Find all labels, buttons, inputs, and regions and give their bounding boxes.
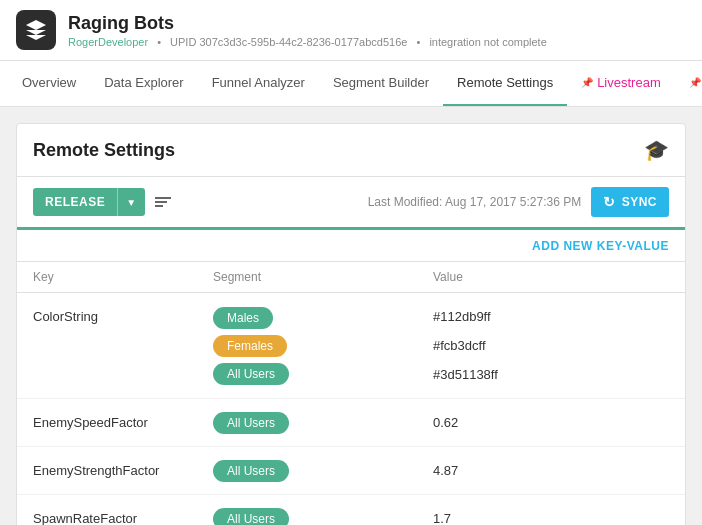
username-link[interactable]: RogerDeveloper	[68, 36, 148, 48]
last-modified-text: Last Modified: Aug 17, 2017 5:27:36 PM	[368, 195, 581, 209]
segments-spawnratefactor: All Users	[213, 508, 433, 526]
segment-badge-females[interactable]: Females	[213, 335, 287, 357]
app-logo	[16, 10, 56, 50]
row-key-enemystrengthfactor: EnemyStrengthFactor	[33, 459, 213, 478]
tab-livestream[interactable]: 📌 Livestream	[567, 61, 675, 106]
table-row: SpawnRateFactor All Users 1.7	[17, 495, 685, 525]
values-enemyspeedfactor: 0.62	[433, 411, 669, 434]
help-icon[interactable]: 🎓	[644, 138, 669, 162]
tab-livestream-label: Livestream	[597, 75, 661, 90]
tab-data-explorer-label: Data Explorer	[104, 75, 183, 90]
values-spawnratefactor: 1.7	[433, 507, 669, 525]
col-header-segment: Segment	[213, 270, 433, 284]
add-key-value-button[interactable]: ADD NEW KEY-VALUE	[532, 239, 669, 253]
settings-toolbar: RELEASE ▼ Last Modified: Aug 17, 2017 5:…	[17, 177, 685, 230]
integration-status: integration not complete	[429, 36, 546, 48]
sync-icon: ↻	[603, 194, 616, 210]
segment-badge-all-users[interactable]: All Users	[213, 363, 289, 385]
filter-lines-icon	[155, 195, 171, 209]
release-button-label: RELEASE	[33, 188, 117, 216]
segments-enemyspeedfactor: All Users	[213, 412, 433, 434]
segments-colorstring: Males Females All Users	[213, 307, 433, 385]
tab-segment-builder[interactable]: Segment Builder	[319, 61, 443, 106]
app-name: Raging Bots	[68, 13, 547, 34]
tab-overview-label: Overview	[22, 75, 76, 90]
sync-button[interactable]: ↻ SYNC	[591, 187, 669, 217]
segments-enemystrengthfactor: All Users	[213, 460, 433, 482]
sync-button-label: SYNC	[622, 195, 657, 209]
toolbar-right: Last Modified: Aug 17, 2017 5:27:36 PM ↻…	[368, 187, 669, 217]
meta-separator: •	[157, 36, 161, 48]
tab-segment-builder-label: Segment Builder	[333, 75, 429, 90]
tab-raw-data-export[interactable]: 📌 Raw Data Export	[675, 61, 702, 106]
table-header: Key Segment Value	[17, 262, 685, 293]
value-enemystrengthfactor: 4.87	[433, 459, 669, 482]
add-key-row: ADD NEW KEY-VALUE	[17, 230, 685, 262]
table-row: EnemyStrengthFactor All Users 4.87	[17, 447, 685, 495]
values-enemystrengthfactor: 4.87	[433, 459, 669, 482]
tab-remote-settings[interactable]: Remote Settings	[443, 61, 567, 106]
segment-badge-all-users-spawn[interactable]: All Users	[213, 508, 289, 526]
segment-badge-all-users-strength[interactable]: All Users	[213, 460, 289, 482]
tab-remote-settings-label: Remote Settings	[457, 75, 553, 90]
tab-funnel-analyzer[interactable]: Funnel Analyzer	[198, 61, 319, 106]
app-title-block: Raging Bots RogerDeveloper • UPID 307c3d…	[68, 13, 547, 48]
segment-badge-all-users-speed[interactable]: All Users	[213, 412, 289, 434]
livestream-pin-icon: 📌	[581, 77, 593, 88]
page-title: Remote Settings	[33, 140, 175, 161]
value-spawnratefactor: 1.7	[433, 507, 669, 525]
value-colorstring-males: #112db9ff	[433, 305, 669, 328]
col-header-key: Key	[33, 270, 213, 284]
table-row: EnemySpeedFactor All Users 0.62	[17, 399, 685, 447]
raw-data-pin-icon: 📌	[689, 77, 701, 88]
meta-separator2: •	[416, 36, 420, 48]
value-enemyspeedfactor: 0.62	[433, 411, 669, 434]
col-header-value: Value	[433, 270, 669, 284]
toolbar-left: RELEASE ▼	[33, 188, 171, 216]
filter-button[interactable]	[155, 195, 171, 209]
row-key-colorstring: ColorString	[33, 305, 213, 324]
tab-data-explorer[interactable]: Data Explorer	[90, 61, 197, 106]
app-header: Raging Bots RogerDeveloper • UPID 307c3d…	[0, 0, 702, 61]
settings-card: Remote Settings 🎓 RELEASE ▼ Last Modifie…	[16, 123, 686, 525]
nav-tabs: Overview Data Explorer Funnel Analyzer S…	[0, 61, 702, 107]
release-dropdown-arrow[interactable]: ▼	[118, 190, 144, 215]
upid-text: UPID 307c3d3c-595b-44c2-8236-0177abcd516…	[170, 36, 407, 48]
segment-badge-males[interactable]: Males	[213, 307, 273, 329]
app-meta: RogerDeveloper • UPID 307c3d3c-595b-44c2…	[68, 36, 547, 48]
row-key-spawnratefactor: SpawnRateFactor	[33, 507, 213, 525]
row-key-enemyspeedfactor: EnemySpeedFactor	[33, 411, 213, 430]
value-colorstring-all: #3d51138ff	[433, 363, 669, 386]
value-colorstring-females: #fcb3dcff	[433, 334, 669, 357]
page-content: Remote Settings 🎓 RELEASE ▼ Last Modifie…	[0, 107, 702, 525]
table-row: ColorString Males Females All Users #112…	[17, 293, 685, 399]
release-button[interactable]: RELEASE ▼	[33, 188, 145, 216]
tab-overview[interactable]: Overview	[8, 61, 90, 106]
tab-funnel-analyzer-label: Funnel Analyzer	[212, 75, 305, 90]
values-colorstring: #112db9ff #fcb3dcff #3d51138ff	[433, 305, 669, 386]
settings-card-header: Remote Settings 🎓	[17, 124, 685, 177]
